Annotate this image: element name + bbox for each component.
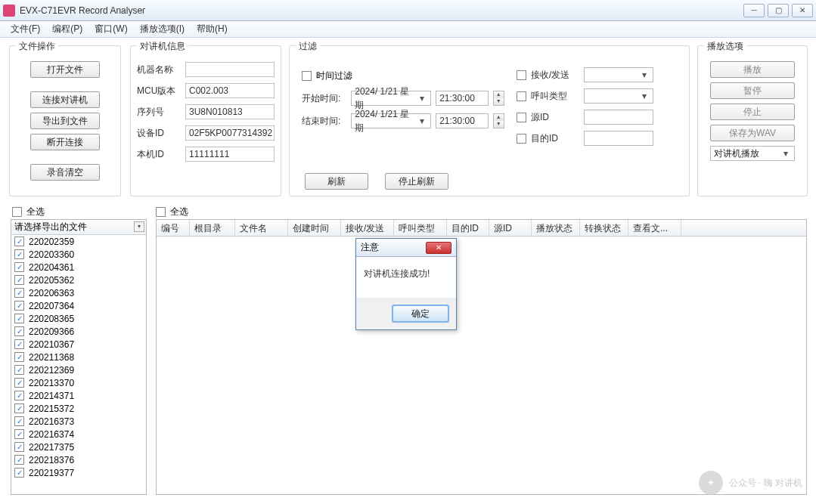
dstid-checkbox[interactable] xyxy=(517,134,526,144)
radioinfo-legend: 对讲机信息 xyxy=(137,40,188,53)
rxtx-combo[interactable]: ▾ xyxy=(584,67,653,82)
grid-col-header[interactable]: 根目录 xyxy=(190,220,235,236)
dstid-input[interactable] xyxy=(584,131,653,146)
file-item-checkbox[interactable] xyxy=(14,301,24,311)
stop-button[interactable]: 停止 xyxy=(710,104,795,120)
file-item-checkbox[interactable] xyxy=(14,391,24,400)
file-item-checkbox[interactable] xyxy=(14,404,24,413)
playback-device-combo[interactable]: 对讲机播放▾ xyxy=(710,146,795,161)
grid-col-header[interactable]: 呼叫类型 xyxy=(394,220,447,236)
file-item-checkbox[interactable] xyxy=(14,365,24,375)
end-time-input[interactable]: 21:30:00 xyxy=(436,113,488,128)
file-item-checkbox[interactable] xyxy=(14,288,24,298)
srcid-input[interactable] xyxy=(584,110,653,125)
records-grid[interactable]: 编号根目录文件名创建时间接收/发送呼叫类型目的ID源ID播放状态转换状态查看文.… xyxy=(156,219,807,495)
grid-col-header[interactable]: 播放状态 xyxy=(532,220,580,236)
grid-col-header[interactable]: 创建时间 xyxy=(288,220,341,236)
file-item-label: 220203360 xyxy=(29,249,74,260)
file-list-header[interactable]: 请选择导出的文件 ▾ xyxy=(11,220,146,235)
savewav-button[interactable]: 保存为WAV xyxy=(710,125,795,141)
pause-button[interactable]: 暂停 xyxy=(710,82,795,99)
grid-header: 编号根目录文件名创建时间接收/发送呼叫类型目的ID源ID播放状态转换状态查看文.… xyxy=(157,220,806,237)
selectall-grid-checkbox[interactable] xyxy=(156,207,166,217)
file-item-checkbox[interactable] xyxy=(14,275,24,285)
grid-col-header[interactable]: 目的ID xyxy=(447,220,489,236)
menu-playopts[interactable]: 播放选项(I) xyxy=(134,21,191,37)
file-list-item[interactable]: 220207364 xyxy=(11,299,146,312)
play-button[interactable]: 播放 xyxy=(710,61,795,78)
grid-col-header[interactable]: 转换状态 xyxy=(580,220,628,236)
disconnect-button[interactable]: 断开连接 xyxy=(30,134,100,150)
file-list-item[interactable]: 220214371 xyxy=(11,389,146,402)
file-list-item[interactable]: 220217375 xyxy=(11,441,146,453)
close-button[interactable]: ✕ xyxy=(792,4,813,17)
refresh-button[interactable]: 刷新 xyxy=(305,173,368,190)
file-item-checkbox[interactable] xyxy=(14,314,24,323)
file-item-checkbox[interactable] xyxy=(14,237,24,246)
minimize-button[interactable]: ─ xyxy=(743,4,765,17)
menu-program[interactable]: 编程(P) xyxy=(46,21,88,37)
file-item-label: 220208365 xyxy=(29,314,74,324)
file-item-checkbox[interactable] xyxy=(14,249,24,259)
file-list-item[interactable]: 220202359 xyxy=(11,235,146,248)
grid-col-header[interactable]: 源ID xyxy=(489,220,532,236)
group-radio-info: 对讲机信息 机器名称 MCU版本C002.003 序列号3U8N010813 设… xyxy=(130,45,281,196)
open-file-button[interactable]: 打开文件 xyxy=(30,61,100,78)
file-list-item[interactable]: 220209366 xyxy=(11,325,146,338)
end-date-picker[interactable]: 2024/ 1/21 星期▾ xyxy=(351,113,431,128)
file-item-checkbox[interactable] xyxy=(14,339,24,349)
connect-radio-button[interactable]: 连接对讲机 xyxy=(30,91,100,108)
file-list-item[interactable]: 220216374 xyxy=(11,428,146,441)
file-list-body[interactable]: 2202023592202033602202043612202053622202… xyxy=(11,235,146,494)
file-item-checkbox[interactable] xyxy=(14,468,24,478)
file-item-checkbox[interactable] xyxy=(14,326,24,336)
file-list-item[interactable]: 220203360 xyxy=(11,248,146,261)
file-list-item[interactable]: 220208365 xyxy=(11,312,146,325)
menu-help[interactable]: 帮助(H) xyxy=(191,21,234,37)
file-list-item[interactable]: 220210367 xyxy=(11,338,146,351)
selectall-files-checkbox[interactable] xyxy=(12,207,22,217)
file-item-checkbox[interactable] xyxy=(14,416,24,426)
stop-refresh-button[interactable]: 停止刷新 xyxy=(385,173,448,190)
rxtx-checkbox[interactable] xyxy=(517,70,526,80)
file-item-checkbox[interactable] xyxy=(14,455,24,465)
maximize-button[interactable]: ▢ xyxy=(768,4,789,17)
menu-file[interactable]: 文件(F) xyxy=(5,21,46,37)
file-item-checkbox[interactable] xyxy=(14,429,24,439)
clear-recordings-button[interactable]: 录音清空 xyxy=(30,164,100,181)
menu-bar: 文件(F) 编程(P) 窗口(W) 播放选项(I) 帮助(H) xyxy=(0,21,816,38)
file-list-item[interactable]: 220215372 xyxy=(11,402,146,415)
file-item-label: 220210367 xyxy=(29,339,74,350)
file-list-item[interactable]: 220219377 xyxy=(11,466,146,479)
grid-col-header[interactable]: 查看文... xyxy=(628,220,681,236)
grid-col-header[interactable]: 编号 xyxy=(157,220,190,236)
file-list-item[interactable]: 220206363 xyxy=(11,286,146,299)
timefilter-checkbox[interactable] xyxy=(302,71,312,81)
file-item-checkbox[interactable] xyxy=(14,378,24,388)
file-item-checkbox[interactable] xyxy=(14,442,24,452)
file-list-item[interactable]: 220205362 xyxy=(11,274,146,286)
file-list-header-dropdown-icon[interactable]: ▾ xyxy=(134,221,144,232)
end-time-spinner[interactable]: ▲▼ xyxy=(493,113,504,128)
export-file-button[interactable]: 导出到文件 xyxy=(30,113,100,129)
file-item-checkbox[interactable] xyxy=(14,262,24,272)
menu-window[interactable]: 窗口(W) xyxy=(88,21,133,37)
srcid-checkbox[interactable] xyxy=(517,113,526,122)
file-list-item[interactable]: 220212369 xyxy=(11,363,146,376)
start-time-spinner[interactable]: ▲▼ xyxy=(493,91,504,106)
calltype-checkbox[interactable] xyxy=(517,91,526,101)
calltype-combo[interactable]: ▾ xyxy=(584,88,653,104)
start-time-input[interactable]: 21:30:00 xyxy=(436,91,488,106)
start-date-picker[interactable]: 2024/ 1/21 星期▾ xyxy=(351,91,431,106)
file-list-item[interactable]: 220204361 xyxy=(11,261,146,274)
file-list-item[interactable]: 220216373 xyxy=(11,415,146,428)
dialog-ok-button[interactable]: 确定 xyxy=(392,305,448,322)
grid-col-header[interactable]: 接收/发送 xyxy=(341,220,394,236)
file-list-item[interactable]: 220211368 xyxy=(11,351,146,363)
group-file-operations: 文件操作 打开文件 连接对讲机 导出到文件 断开连接 录音清空 xyxy=(9,45,121,196)
grid-col-header[interactable]: 文件名 xyxy=(235,220,288,236)
dialog-close-button[interactable]: ✕ xyxy=(426,242,451,254)
file-item-checkbox[interactable] xyxy=(14,352,24,362)
file-list-item[interactable]: 220213370 xyxy=(11,376,146,389)
file-list-item[interactable]: 220218376 xyxy=(11,453,146,466)
